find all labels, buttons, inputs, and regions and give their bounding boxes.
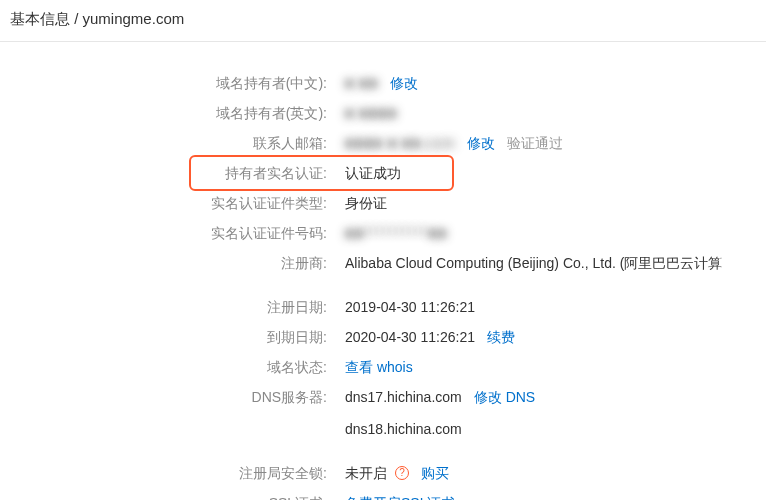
value-registrar: Alibaba Cloud Computing (Beijing) Co., L…	[345, 253, 722, 273]
help-icon[interactable]: ?	[395, 466, 409, 480]
value-reg-date: 2019-04-30 11:26:21	[345, 297, 475, 317]
label-realname: 持有者实名认证:	[0, 163, 345, 183]
row-ssl: SSL证书: 免费开启SSL证书	[0, 488, 766, 500]
breadcrumb-domain: yumingme.com	[83, 10, 185, 27]
breadcrumb: 基本信息 / yumingme.com	[0, 0, 766, 42]
label-holder-en: 域名持有者(英文):	[0, 103, 345, 123]
enable-ssl-link[interactable]: 免费开启SSL证书	[345, 493, 455, 500]
label-dns: DNS服务器:	[0, 387, 345, 407]
value-lock: 未开启	[345, 463, 387, 483]
label-holder-cn: 域名持有者(中文):	[0, 73, 345, 93]
label-exp-date: 到期日期:	[0, 327, 345, 347]
buy-lock-link[interactable]: 购买	[421, 463, 449, 483]
row-dns: DNS服务器: dns17.hichina.com 修改 DNS	[0, 382, 766, 412]
renew-link[interactable]: 续费	[487, 327, 515, 347]
value-realname: 认证成功	[345, 163, 401, 183]
value-exp-date: 2020-04-30 11:26:21	[345, 327, 475, 347]
row-cert-no: 实名认证证件号码: ■■**********■■	[0, 218, 766, 248]
value-cert-no: ■■**********■■	[345, 223, 447, 243]
value-holder-cn: ■ ■■	[345, 73, 378, 93]
row-holder-en: 域名持有者(英文): ■ ■■■■	[0, 98, 766, 128]
label-reg-date: 注册日期:	[0, 297, 345, 317]
label-ssl: SSL证书:	[0, 493, 345, 500]
label-cert-type: 实名认证证件类型:	[0, 193, 345, 213]
value-dns2: dns18.hichina.com	[345, 419, 462, 439]
modify-dns-link[interactable]: 修改 DNS	[474, 387, 535, 407]
row-dns2: dns18.hichina.com	[0, 414, 766, 444]
label-email: 联系人邮箱:	[0, 133, 345, 153]
modify-holder-cn-link[interactable]: 修改	[390, 73, 418, 93]
value-holder-en: ■ ■■■■	[345, 103, 397, 123]
value-email: ■■■■ ■ ■■.com	[345, 133, 455, 153]
label-lock: 注册局安全锁:	[0, 463, 345, 483]
breadcrumb-prefix: 基本信息	[10, 10, 70, 27]
value-cert-type: 身份证	[345, 193, 387, 213]
label-registrar: 注册商:	[0, 253, 345, 273]
row-cert-type: 实名认证证件类型: 身份证	[0, 188, 766, 218]
row-realname: 持有者实名认证: 认证成功	[0, 158, 766, 188]
value-dns1: dns17.hichina.com	[345, 387, 462, 407]
label-cert-no: 实名认证证件号码:	[0, 223, 345, 243]
row-email: 联系人邮箱: ■■■■ ■ ■■.com 修改 验证通过	[0, 128, 766, 158]
row-lock: 注册局安全锁: 未开启 ? 购买	[0, 458, 766, 488]
label-status: 域名状态:	[0, 357, 345, 377]
row-reg-date: 注册日期: 2019-04-30 11:26:21	[0, 292, 766, 322]
row-status: 域名状态: 查看 whois	[0, 352, 766, 382]
row-registrar: 注册商: Alibaba Cloud Computing (Beijing) C…	[0, 248, 766, 278]
info-panel: 域名持有者(中文): ■ ■■ 修改 域名持有者(英文): ■ ■■■■ 联系人…	[0, 42, 766, 500]
modify-email-link[interactable]: 修改	[467, 133, 495, 153]
row-exp-date: 到期日期: 2020-04-30 11:26:21 续费	[0, 322, 766, 352]
breadcrumb-sep: /	[70, 10, 83, 27]
whois-link[interactable]: 查看 whois	[345, 357, 413, 377]
row-holder-cn: 域名持有者(中文): ■ ■■ 修改	[0, 68, 766, 98]
email-verified-text: 验证通过	[507, 133, 563, 153]
